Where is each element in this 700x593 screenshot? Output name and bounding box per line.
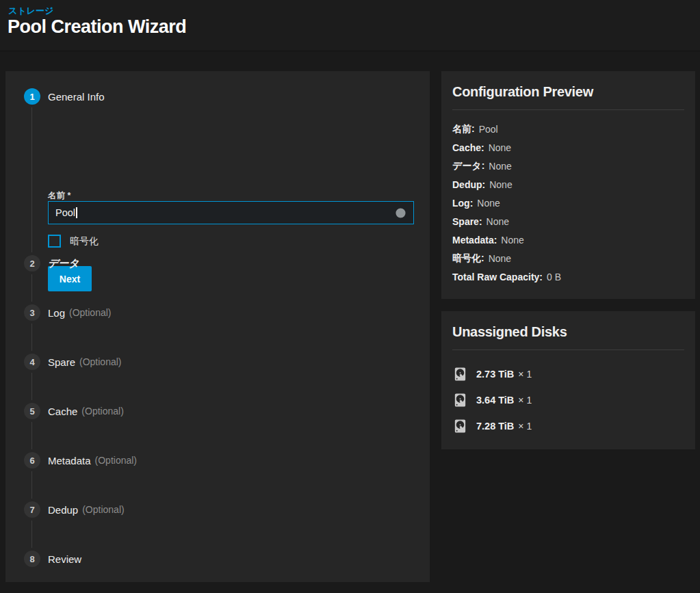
step-3-label: Log bbox=[48, 307, 65, 319]
preview-value: Pool bbox=[479, 124, 498, 135]
name-label-text: 名前 bbox=[48, 191, 65, 200]
preview-label: Cache: bbox=[452, 142, 484, 153]
encryption-checkbox[interactable] bbox=[48, 235, 61, 248]
clear-input-icon[interactable] bbox=[395, 207, 406, 219]
harddisk-icon bbox=[452, 417, 468, 435]
encryption-checkbox-row[interactable]: 暗号化 bbox=[48, 235, 99, 248]
step-8-indicator[interactable]: 8 bbox=[24, 551, 40, 567]
pool-name-value: Pool bbox=[55, 207, 75, 218]
preview-row-dedup: Dedup:None bbox=[452, 175, 684, 194]
disk-row: 3.64 TiB × 1 bbox=[452, 387, 684, 413]
preview-row-name: 名前:Pool bbox=[452, 120, 684, 138]
step-7-indicator[interactable]: 7 bbox=[24, 501, 40, 518]
step-7-label: Dedup bbox=[48, 504, 78, 516]
disk-rows: 2.73 TiB × 1 3.64 TiB × 1 7.28 TiB × 1 bbox=[452, 361, 684, 439]
step-1-label: General Info bbox=[48, 91, 105, 103]
preview-value: None bbox=[489, 179, 512, 190]
required-marker: * bbox=[67, 191, 70, 200]
preview-value: None bbox=[489, 253, 511, 264]
app-header: ストレージ Pool Creation Wizard bbox=[0, 0, 700, 51]
preview-value: None bbox=[477, 198, 500, 209]
preview-row-data: データ:None bbox=[452, 157, 684, 175]
preview-row-cache: Cache:None bbox=[452, 138, 684, 157]
disks-title: Unassigned Disks bbox=[452, 324, 567, 339]
preview-row-metadata: Metadata:None bbox=[452, 230, 684, 249]
step-2-label: データ bbox=[48, 257, 79, 270]
preview-label: Total Raw Capacity: bbox=[452, 272, 543, 282]
preview-label: Log: bbox=[452, 198, 473, 209]
preview-title: Configuration Preview bbox=[452, 84, 593, 99]
preview-label: Dedup: bbox=[452, 179, 485, 190]
preview-row-spare: Spare:None bbox=[452, 212, 684, 230]
disk-count: × 1 bbox=[518, 369, 532, 380]
harddisk-icon bbox=[452, 365, 468, 383]
disk-count: × 1 bbox=[518, 421, 532, 432]
step-connector bbox=[31, 324, 32, 351]
step-6-optional: (Optional) bbox=[95, 455, 137, 466]
step-6-label: Metadata bbox=[48, 455, 91, 466]
preview-label: データ: bbox=[452, 160, 484, 172]
step-6-metadata[interactable]: Metadata (Optional) bbox=[48, 452, 137, 469]
step-connector bbox=[31, 471, 32, 499]
step-connector bbox=[31, 373, 32, 400]
preview-row-total-capacity: Total Raw Capacity:0 B bbox=[452, 267, 684, 286]
preview-value: None bbox=[489, 161, 511, 172]
name-field-label: 名前 * bbox=[48, 190, 70, 202]
disk-size: 7.28 TiB bbox=[476, 421, 514, 432]
breadcrumb-storage-link[interactable]: ストレージ bbox=[8, 5, 53, 17]
preview-label: 暗号化: bbox=[452, 252, 484, 265]
disk-size: 3.64 TiB bbox=[476, 395, 514, 406]
step-2-indicator[interactable]: 2 bbox=[24, 255, 40, 272]
disks-title-row: Unassigned Disks bbox=[452, 311, 684, 350]
step-4-optional: (Optional) bbox=[79, 356, 121, 367]
disk-row: 7.28 TiB × 1 bbox=[452, 413, 684, 439]
step-1-general-info[interactable]: General Info bbox=[48, 88, 105, 105]
step-7-dedup[interactable]: Dedup (Optional) bbox=[48, 501, 125, 518]
step-3-optional: (Optional) bbox=[69, 307, 111, 318]
preview-value: None bbox=[487, 216, 509, 227]
step-6-indicator[interactable]: 6 bbox=[24, 452, 40, 469]
preview-label: 名前: bbox=[452, 123, 475, 135]
encryption-label: 暗号化 bbox=[70, 235, 99, 248]
step-5-indicator[interactable]: 5 bbox=[24, 403, 40, 419]
text-cursor bbox=[76, 207, 77, 218]
step-connector bbox=[31, 274, 32, 302]
pool-wizard-panel: 1 General Info 名前 * Pool 暗号化 Next 2 データ … bbox=[5, 71, 430, 582]
step-7-optional: (Optional) bbox=[82, 504, 124, 515]
preview-value: 0 B bbox=[547, 272, 561, 282]
preview-label: Metadata: bbox=[452, 235, 497, 246]
step-3-log[interactable]: Log (Optional) bbox=[48, 304, 112, 321]
step-8-review[interactable]: Review bbox=[48, 551, 81, 567]
preview-value: None bbox=[489, 142, 511, 153]
disk-row: 2.73 TiB × 1 bbox=[452, 361, 684, 387]
unassigned-disks-panel: Unassigned Disks 2.73 TiB × 1 3.64 TiB ×… bbox=[441, 311, 695, 449]
step-5-label: Cache bbox=[48, 406, 77, 417]
step-5-cache[interactable]: Cache (Optional) bbox=[48, 403, 124, 419]
harddisk-icon bbox=[452, 391, 468, 409]
step-5-optional: (Optional) bbox=[81, 406, 123, 417]
page-title: Pool Creation Wizard bbox=[8, 16, 186, 38]
disk-size: 2.73 TiB bbox=[476, 369, 514, 380]
preview-label: Spare: bbox=[452, 216, 482, 227]
step-1-indicator[interactable]: 1 bbox=[24, 88, 40, 105]
preview-row-encryption: 暗号化:None bbox=[452, 249, 684, 267]
step-connector bbox=[31, 107, 32, 252]
preview-row-log: Log:None bbox=[452, 194, 684, 212]
step-4-label: Spare bbox=[48, 356, 75, 368]
configuration-preview-panel: Configuration Preview 名前:Pool Cache:None… bbox=[441, 71, 695, 299]
step-4-indicator[interactable]: 4 bbox=[24, 354, 40, 370]
step-3-indicator[interactable]: 3 bbox=[24, 304, 40, 321]
step-connector bbox=[31, 422, 32, 449]
preview-value: None bbox=[501, 235, 523, 246]
step-2-data[interactable]: データ bbox=[48, 255, 79, 272]
step-8-label: Review bbox=[48, 553, 81, 565]
disk-count: × 1 bbox=[518, 395, 532, 406]
preview-rows: 名前:Pool Cache:None データ:None Dedup:None L… bbox=[452, 120, 684, 286]
pool-name-input[interactable]: Pool bbox=[48, 201, 414, 224]
preview-title-row: Configuration Preview bbox=[452, 71, 684, 110]
step-connector bbox=[31, 520, 32, 548]
step-4-spare[interactable]: Spare (Optional) bbox=[48, 354, 122, 370]
